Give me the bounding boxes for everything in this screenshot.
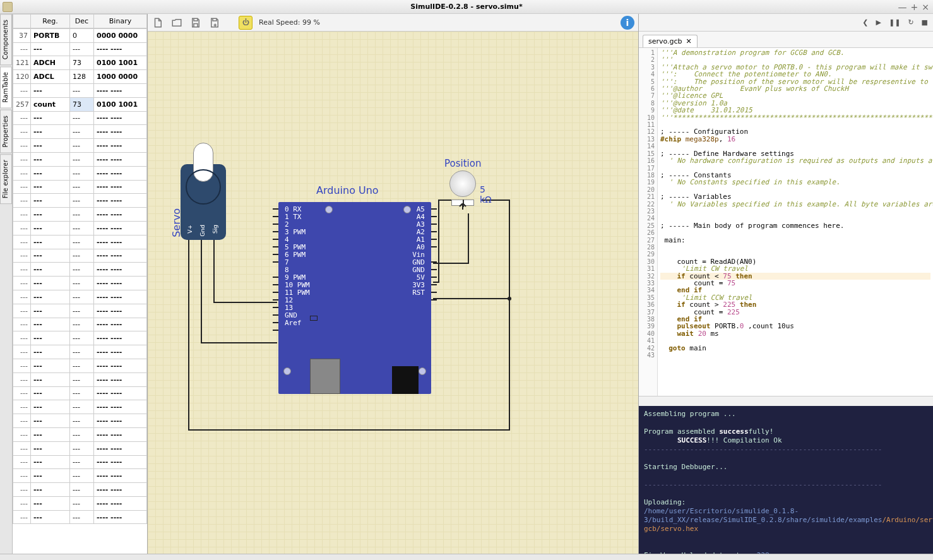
stop-icon[interactable]: ■ xyxy=(922,18,928,27)
table-row[interactable]: 257count730100 1001 xyxy=(13,97,147,111)
table-row[interactable]: ------------- ---- xyxy=(13,83,147,97)
status-bar xyxy=(0,554,933,560)
table-row[interactable]: ------------- ---- xyxy=(13,427,147,441)
table-row[interactable]: ------------- ---- xyxy=(13,263,147,277)
window-close[interactable]: × xyxy=(922,2,929,12)
circuit-canvas[interactable]: Servo V+ Gnd Sig Arduino Uno xyxy=(148,32,638,554)
ram-header-bin[interactable]: Binary xyxy=(94,15,147,28)
real-speed-label: Real Speed: 99 % xyxy=(259,18,320,27)
arduino-power-jack xyxy=(392,366,419,394)
tab-ramtable[interactable]: RamTable xyxy=(0,66,12,108)
table-row[interactable]: ------------- ---- xyxy=(13,249,147,263)
servo-component[interactable]: Servo V+ Gnd Sig xyxy=(181,164,226,240)
code-gutter: 1 2 3 4 5 6 7 8 9 10 11 12 13 14 15 16 1… xyxy=(639,48,658,396)
pause-icon[interactable]: ❚❚ xyxy=(889,18,900,27)
arduino-component[interactable]: Arduino Uno 0 RX1 TX23 PWM45 PWM6 PWM789… xyxy=(278,202,431,394)
step-back-icon[interactable]: ❮ xyxy=(862,18,868,27)
table-row[interactable]: ------------- ---- xyxy=(13,180,147,194)
servo-pin-vplus: V+ xyxy=(187,225,193,234)
potentiometer-component[interactable]: Position 5 kΩ xyxy=(444,158,481,206)
window-titlebar: SimulIDE-0.2.8 - servo.simu* — + × xyxy=(0,0,933,14)
pot-title: Position xyxy=(444,158,481,169)
table-row[interactable]: ------------- ---- xyxy=(13,194,147,208)
power-button[interactable]: ⏻ xyxy=(239,16,253,30)
table-row[interactable]: ------------- ---- xyxy=(13,235,147,249)
saveas-circuit-icon[interactable] xyxy=(208,16,221,30)
table-row[interactable]: ------------- ---- xyxy=(13,42,147,56)
arduino-title: Arduino Uno xyxy=(316,184,379,196)
table-row[interactable]: 121ADCH730100 1001 xyxy=(13,56,147,70)
table-row[interactable]: ------------- ---- xyxy=(13,441,147,455)
ram-header-addr[interactable] xyxy=(13,15,31,28)
table-row[interactable]: ------------- ---- xyxy=(13,469,147,483)
output-console[interactable]: Assembling program ... Program assembled… xyxy=(639,406,933,554)
code-editor[interactable]: 1 2 3 4 5 6 7 8 9 10 11 12 13 14 15 16 1… xyxy=(639,48,933,396)
table-row[interactable]: ------------- ---- xyxy=(13,208,147,222)
table-row[interactable]: ------------- ---- xyxy=(13,304,147,318)
arduino-led-icon xyxy=(310,316,318,321)
canvas-toolbar: ⏻ Real Speed: 99 % i xyxy=(148,14,638,32)
table-row[interactable]: ------------- ---- xyxy=(13,111,147,125)
table-row[interactable]: ------------- ---- xyxy=(13,277,147,290)
pot-arrow-icon xyxy=(459,203,466,212)
table-row[interactable]: ------------- ---- xyxy=(13,414,147,428)
tab-properties[interactable]: Properties xyxy=(0,110,12,153)
table-row[interactable]: ------------- ---- xyxy=(13,386,147,400)
open-circuit-icon[interactable] xyxy=(170,16,183,30)
editor-tab-close-icon[interactable]: ✕ xyxy=(686,37,692,45)
ram-header-dec[interactable]: Dec xyxy=(70,15,94,28)
table-row[interactable]: ------------- ---- xyxy=(13,318,147,331)
save-circuit-icon[interactable] xyxy=(189,16,202,30)
editor-tab-label: servo.gcb xyxy=(648,37,682,45)
info-button[interactable]: i xyxy=(621,16,634,30)
table-row[interactable]: ------------- ---- xyxy=(13,510,147,524)
window-maximize[interactable]: + xyxy=(911,2,918,12)
table-row[interactable]: ------------- ---- xyxy=(13,152,147,166)
window-minimize[interactable]: — xyxy=(898,2,907,12)
table-row[interactable]: 37PORTB00000 0000 xyxy=(13,28,147,42)
table-row[interactable]: ------------- ---- xyxy=(13,290,147,304)
play-icon[interactable]: ▶ xyxy=(876,18,881,27)
table-row[interactable]: ------------- ---- xyxy=(13,359,147,372)
table-row[interactable]: ------------- ---- xyxy=(13,455,147,469)
tab-components[interactable]: Components xyxy=(0,14,12,65)
reload-icon[interactable]: ↻ xyxy=(908,18,913,27)
table-row[interactable]: 120ADCL1281000 0000 xyxy=(13,70,147,84)
pot-value-label: 5 kΩ xyxy=(480,184,492,205)
servo-pin-sig: Sig xyxy=(212,225,218,234)
table-row[interactable]: ------------- ---- xyxy=(13,166,147,180)
table-row[interactable]: ------------- ---- xyxy=(13,139,147,153)
table-row[interactable]: ------------- ---- xyxy=(13,331,147,345)
servo-pin-gnd: Gnd xyxy=(199,225,206,236)
sidepanel-tabs: Components RamTable Properties File expl… xyxy=(0,14,13,554)
table-row[interactable]: ------------- ---- xyxy=(13,496,147,510)
table-row[interactable]: ------------- ---- xyxy=(13,125,147,139)
table-row[interactable]: ------------- ---- xyxy=(13,345,147,359)
pot-knob[interactable] xyxy=(449,170,476,197)
ram-table-panel: Reg. Dec Binary 37PORTB00000 0000-------… xyxy=(13,14,148,554)
new-circuit-icon[interactable] xyxy=(152,16,164,30)
table-row[interactable]: ------------- ---- xyxy=(13,221,147,235)
ram-header-reg[interactable]: Reg. xyxy=(31,15,70,28)
table-row[interactable]: ------------- ---- xyxy=(13,372,147,386)
code-body[interactable]: '''A demonstration program for GCGB and … xyxy=(658,48,933,396)
table-row[interactable]: ------------- ---- xyxy=(13,483,147,497)
app-icon xyxy=(3,2,13,12)
editor-tab[interactable]: servo.gcb ✕ xyxy=(643,35,698,47)
debug-toolbar: ❮ ▶ ❚❚ ↻ ■ xyxy=(639,14,933,32)
tab-file-explorer[interactable]: File explorer xyxy=(0,154,12,204)
arduino-usb-port xyxy=(310,359,340,394)
table-row[interactable]: ------------- ---- xyxy=(13,400,147,414)
window-title: SimulIDE-0.2.8 - servo.simu* xyxy=(410,3,522,11)
